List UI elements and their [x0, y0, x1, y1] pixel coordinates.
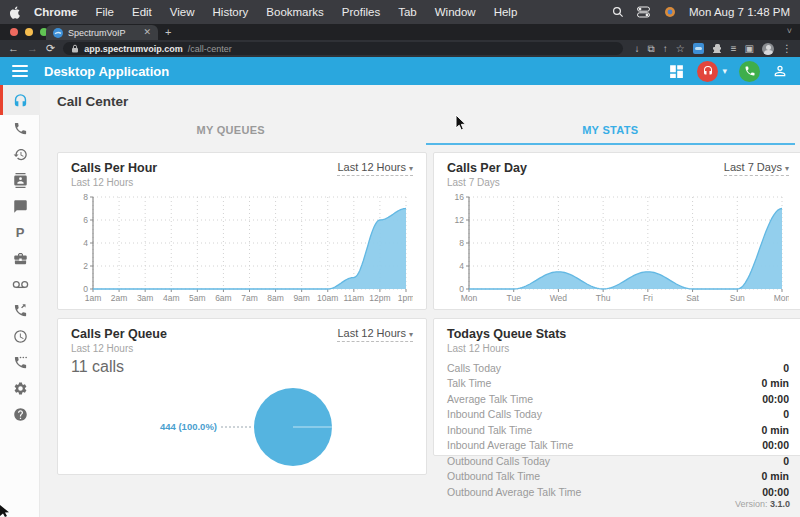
tab-my-stats[interactable]: MY STATS [421, 115, 800, 145]
sidebar-item-devices[interactable] [0, 245, 40, 271]
chevron-down-icon[interactable]: ▾ [722, 66, 727, 76]
svg-text:Sat: Sat [686, 293, 699, 303]
back-icon[interactable]: ← [8, 43, 19, 54]
sidebar-item-help[interactable] [0, 401, 40, 427]
forward-icon[interactable]: → [27, 43, 38, 54]
window-controls[interactable] [10, 28, 48, 36]
menubar-item-bookmarks[interactable]: Bookmarks [257, 6, 333, 18]
agent-status-headset-icon[interactable] [697, 61, 718, 82]
lock-icon [71, 44, 79, 53]
menubar-clock[interactable]: Mon Aug 7 1:48 PM [689, 6, 790, 18]
tab-title: SpectrumVoIP [68, 28, 138, 38]
menubar-item-window[interactable]: Window [426, 6, 485, 18]
stat-label: Inbound Calls Today [447, 408, 542, 420]
address-bar[interactable]: app.spectrumvoip.com/call-center [63, 42, 623, 55]
new-tab-button[interactable]: + [165, 26, 171, 38]
menubar-item-chrome[interactable]: Chrome [28, 6, 86, 18]
sidebar-item-history[interactable] [0, 141, 40, 167]
stat-value: 00:00 [762, 439, 789, 451]
menubar-item-file[interactable]: File [86, 6, 123, 18]
svg-text:4am: 4am [163, 293, 180, 303]
svg-text:8: 8 [83, 192, 88, 202]
stat-label: Outbound Calls Today [447, 455, 550, 467]
sidebar-item-voicemail[interactable] [0, 271, 40, 297]
version-label: Version: 3.1.0 [735, 499, 790, 509]
sidebar-item-call-center[interactable] [0, 85, 40, 115]
calls-per-day-card: Calls Per Day Last 7 Days Last 7 Days ▾ … [433, 152, 800, 310]
sidebar-item-phone[interactable] [0, 115, 40, 141]
sidebar-item-callback[interactable] [0, 297, 40, 323]
sidebar-item-settings[interactable] [0, 375, 40, 401]
svg-text:2: 2 [83, 261, 88, 271]
sidebar-item-contacts[interactable] [0, 167, 40, 193]
menubar-extra-icon[interactable] [663, 5, 677, 19]
menubar-item-view[interactable]: View [161, 6, 204, 18]
reload-icon[interactable]: ⟳ [46, 43, 55, 54]
menubar-item-profiles[interactable]: Profiles [333, 6, 389, 18]
dropdown-caret-icon: ▾ [409, 164, 413, 173]
sidebar-item-schedule[interactable] [0, 323, 40, 349]
spotlight-search-icon[interactable] [611, 5, 625, 19]
menubar-item-history[interactable]: History [204, 6, 258, 18]
stat-row: Calls Today0 [447, 360, 789, 376]
menubar-item-edit[interactable]: Edit [123, 6, 161, 18]
svg-text:4: 4 [459, 261, 464, 271]
svg-text:1am: 1am [85, 293, 102, 303]
svg-text:Fri: Fri [643, 293, 653, 303]
range-dropdown[interactable]: Last 7 Days ▾ [724, 161, 789, 176]
menubar-item-help[interactable]: Help [485, 6, 527, 18]
conference-phone-icon [13, 355, 28, 370]
calls-per-queue-card: Calls Per Queue Last 12 Hours Last 12 Ho… [57, 318, 427, 475]
svg-text:Tue: Tue [507, 293, 522, 303]
card-title: Calls Per Queue [71, 327, 167, 341]
range-dropdown[interactable]: Last 12 Hours ▾ [337, 327, 413, 342]
sidebar-item-chat[interactable] [0, 193, 40, 219]
sidebar-item-park[interactable]: P [0, 219, 40, 245]
control-center-icon[interactable] [637, 5, 651, 19]
card-title: Calls Per Hour [71, 161, 157, 175]
tab-my-queues[interactable]: MY QUEUES [41, 115, 421, 145]
minimize-window-icon[interactable] [25, 28, 33, 36]
chrome-menu-icon[interactable]: ⋮ [782, 44, 792, 54]
account-person-icon[interactable] [772, 63, 788, 79]
apple-logo-icon[interactable] [10, 5, 22, 19]
extensions-puzzle-icon[interactable] [712, 43, 723, 54]
dropdown-caret-icon: ▾ [409, 330, 413, 339]
url-host: app.spectrumvoip.com [84, 44, 183, 54]
close-tab-icon[interactable]: ✕ [143, 28, 151, 37]
callback-phone-icon [13, 303, 28, 318]
active-call-phone-icon[interactable] [739, 61, 760, 82]
calls-per-day-chart: 0481216MonTueWedThuFriSatSunMon [447, 192, 789, 308]
stat-label: Inbound Average Talk Time [447, 439, 573, 451]
stat-row: Outbound Calls Today0 [447, 453, 789, 469]
svg-text:Mon: Mon [461, 293, 478, 303]
profile-avatar[interactable] [762, 43, 774, 55]
side-panel-icon[interactable]: ▣ [745, 44, 754, 54]
svg-text:2am: 2am [111, 293, 128, 303]
page-title: Call Center [57, 94, 128, 109]
menubar-item-tab[interactable]: Tab [389, 6, 426, 18]
stat-row: Inbound Average Talk Time00:00 [447, 438, 789, 454]
chrome-toolbar: ← → ⟳ app.spectrumvoip.com/call-center ↓… [0, 40, 800, 57]
browser-tab[interactable]: SpectrumVoIP ✕ [46, 25, 158, 40]
open-in-new-icon[interactable]: ⧉ [648, 44, 655, 54]
spectrumvoip-extension-icon[interactable] [693, 43, 704, 54]
svg-text:3am: 3am [137, 293, 154, 303]
card-subtitle: Last 12 Hours [447, 343, 566, 354]
bookmark-star-icon[interactable]: ☆ [676, 44, 685, 54]
todays-queue-stats-card: Todays Queue Stats Last 12 Hours Calls T… [433, 318, 800, 456]
range-dropdown[interactable]: Last 12 Hours ▾ [337, 161, 413, 176]
hamburger-menu-icon[interactable] [12, 65, 28, 77]
download-icon[interactable]: ↓ [635, 44, 640, 54]
stat-value: 00:00 [762, 393, 789, 405]
spectrumvoip-favicon [53, 28, 63, 38]
app-title: Desktop Application [44, 64, 169, 79]
share-icon[interactable]: ↑ [663, 44, 668, 54]
close-window-icon[interactable] [10, 28, 18, 36]
sidebar-item-conference[interactable] [0, 349, 40, 375]
stat-label: Talk Time [447, 377, 491, 389]
reading-list-icon[interactable]: ≡ [731, 44, 737, 54]
tab-search-chevron-icon[interactable]: ˅ [787, 26, 792, 36]
card-title: Todays Queue Stats [447, 327, 566, 341]
apps-grid-icon[interactable] [668, 63, 685, 80]
